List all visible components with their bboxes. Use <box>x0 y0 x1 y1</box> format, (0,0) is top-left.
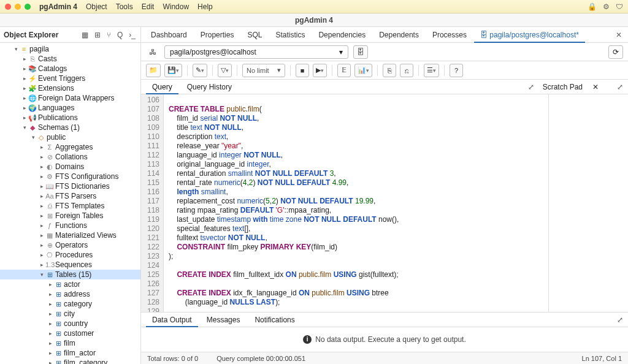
rollback-button[interactable]: ⎌ <box>400 64 413 77</box>
minimize-window-icon[interactable] <box>15 4 21 10</box>
connection-settings-button[interactable]: 🗄 <box>353 45 368 59</box>
tree-twisty-icon[interactable]: ▸ <box>21 105 28 111</box>
tree-twisty-icon[interactable]: ▸ <box>47 281 54 287</box>
tree-twisty-icon[interactable]: ▸ <box>47 340 54 346</box>
tree-schemas[interactable]: ▾◆Schemas (1) <box>0 123 140 132</box>
close-scratch-button[interactable]: ✕ <box>591 83 600 91</box>
app-name[interactable]: pgAdmin 4 <box>39 2 77 11</box>
tree-twisty-icon[interactable]: ▾ <box>38 271 45 278</box>
tab-dashboard[interactable]: Dashboard <box>145 27 193 43</box>
edit-button[interactable]: ✎ <box>193 64 207 77</box>
tree-twisty-icon[interactable]: ▸ <box>21 95 28 101</box>
tree-twisty-icon[interactable]: ▸ <box>38 203 45 209</box>
menu-object[interactable]: Object <box>86 2 107 11</box>
tree-twisty-icon[interactable]: ▸ <box>38 193 45 199</box>
tree-twisty-icon[interactable]: ▸ <box>21 75 28 82</box>
tree-fts-config[interactable]: ▸⚙FTS Configurations <box>0 172 140 181</box>
tree-table-city[interactable]: ▸⊞city <box>0 309 140 319</box>
stop-button[interactable]: ■ <box>296 64 309 77</box>
tab-dependents[interactable]: Dependents <box>373 27 425 43</box>
connection-select[interactable]: pagila/postgres@localhost ▾ <box>164 45 348 59</box>
search-icon[interactable]: Q <box>116 31 124 39</box>
tree-table-category[interactable]: ▸⊞category <box>0 299 140 309</box>
tab-notifications[interactable]: Notifications <box>248 313 301 327</box>
menu-edit[interactable]: Edit <box>142 2 155 11</box>
tree-extensions[interactable]: ▸🧩Extensions <box>0 83 140 93</box>
tree-catalogs[interactable]: ▸📚Catalogs <box>0 64 140 74</box>
tree-twisty-icon[interactable]: ▸ <box>38 183 45 189</box>
commit-button[interactable]: ⎘ <box>383 64 396 77</box>
tree-twisty-icon[interactable]: ▾ <box>12 46 20 52</box>
tree-table-country[interactable]: ▸⊞country <box>0 319 140 328</box>
macros-button[interactable]: ☰ <box>424 64 439 77</box>
tree-casts[interactable]: ▸⎘Casts <box>0 54 140 64</box>
tree-event-triggers[interactable]: ▸⚡Event Triggers <box>0 74 140 83</box>
save-file-button[interactable]: 💾 <box>164 64 182 77</box>
tree-twisty-icon[interactable]: ▸ <box>38 242 45 248</box>
tree-twisty-icon[interactable]: ▸ <box>21 115 28 121</box>
menu-window[interactable]: Window <box>163 2 189 11</box>
expand-output-icon[interactable]: ⤢ <box>617 316 623 324</box>
tree-table-film-actor[interactable]: ▸⊞film_actor <box>0 348 140 358</box>
open-file-button[interactable]: 📁 <box>146 64 161 77</box>
filter-button[interactable]: ▽ <box>218 64 232 77</box>
tree-fts-dict[interactable]: ▸📖FTS Dictionaries <box>0 181 140 191</box>
tree-twisty-icon[interactable]: ▸ <box>38 262 45 268</box>
tab-data-output[interactable]: Data Output <box>146 313 198 327</box>
help-button[interactable]: ? <box>450 64 463 77</box>
tree-functions[interactable]: ▸ƒFunctions <box>0 221 140 230</box>
limit-select[interactable]: No limit▾ <box>242 64 285 77</box>
menu-tools[interactable]: Tools <box>116 2 133 11</box>
tab-dependencies[interactable]: Dependencies <box>312 27 372 43</box>
expand-icon[interactable]: ›_ <box>128 31 137 39</box>
explain-analyze-button[interactable]: 📊 <box>354 64 372 77</box>
tree-twisty-icon[interactable]: ▸ <box>38 154 45 160</box>
tree-twisty-icon[interactable]: ▸ <box>47 311 54 317</box>
tree-twisty-icon[interactable]: ▸ <box>38 252 45 258</box>
explain-button[interactable]: 𝔼 <box>337 64 351 77</box>
tree-fts-parsers[interactable]: ▸AaFTS Parsers <box>0 191 140 201</box>
tree-twisty-icon[interactable]: ▾ <box>29 134 37 140</box>
tab-query-tool[interactable]: 🗄 pagila/postgres@localhost* <box>474 27 585 43</box>
tree-twisty-icon[interactable]: ▸ <box>47 330 54 336</box>
tree-twisty-icon[interactable]: ▸ <box>38 164 45 170</box>
grid-icon[interactable]: ▦ <box>80 31 90 39</box>
tab-processes[interactable]: Processes <box>426 27 473 43</box>
tree-twisty-icon[interactable]: ▾ <box>21 124 28 131</box>
tree-twisty-icon[interactable]: ▸ <box>47 320 54 327</box>
tab-sql[interactable]: SQL <box>241 27 268 43</box>
scratch-pad[interactable] <box>548 94 628 312</box>
tree-twisty-icon[interactable]: ▸ <box>38 222 45 229</box>
tab-statistics[interactable]: Statistics <box>269 27 311 43</box>
tree-mat-views[interactable]: ▸▦Materialized Views <box>0 230 140 240</box>
close-window-icon[interactable] <box>5 4 11 10</box>
tab-messages[interactable]: Messages <box>201 313 247 327</box>
tree-table-film[interactable]: ▸⊞film <box>0 338 140 348</box>
tab-query[interactable]: Query <box>146 80 178 94</box>
tree-table-film-category[interactable]: ▸⊞film_category <box>0 358 140 364</box>
code-area[interactable]: CREATE TABLE public.film( film_id serial… <box>164 94 548 312</box>
tree-foreign-tables[interactable]: ▸⊞Foreign Tables <box>0 211 140 221</box>
tree-table-actor[interactable]: ▸⊞actor <box>0 279 140 289</box>
menu-help[interactable]: Help <box>197 2 213 11</box>
tab-close-button[interactable]: ✕ <box>610 31 628 39</box>
tree-fdw[interactable]: ▸🌐Foreign Data Wrappers <box>0 93 140 103</box>
tree-db[interactable]: ▾≡pagila <box>0 44 140 54</box>
tree-tables[interactable]: ▾⊞Tables (15) <box>0 270 140 279</box>
gear-icon[interactable]: ⚙ <box>603 2 610 11</box>
tree-fts-templates[interactable]: ▸⎙FTS Templates <box>0 201 140 211</box>
tree-twisty-icon[interactable]: ▸ <box>38 232 45 238</box>
tree-operators[interactable]: ▸⊕Operators <box>0 240 140 250</box>
tree-twisty-icon[interactable]: ▸ <box>47 360 54 364</box>
filter-icon[interactable]: ⑂ <box>105 31 112 39</box>
tree-twisty-icon[interactable]: ▸ <box>21 66 28 72</box>
tree-schema-public[interactable]: ▾◇public <box>0 132 140 142</box>
tree-twisty-icon[interactable]: ▸ <box>38 144 45 150</box>
expand-editor-icon[interactable]: ⤢ <box>528 83 534 91</box>
tree-collations[interactable]: ▸⊘Collations <box>0 152 140 162</box>
tree-table-address[interactable]: ▸⊞address <box>0 289 140 299</box>
tree-twisty-icon[interactable]: ▸ <box>47 301 54 307</box>
tab-query-history[interactable]: Query History <box>181 80 238 94</box>
tree-sequences[interactable]: ▸1.3Sequences <box>0 260 140 270</box>
sql-editor[interactable]: 1061071081091101111121131141151161171181… <box>141 94 548 312</box>
